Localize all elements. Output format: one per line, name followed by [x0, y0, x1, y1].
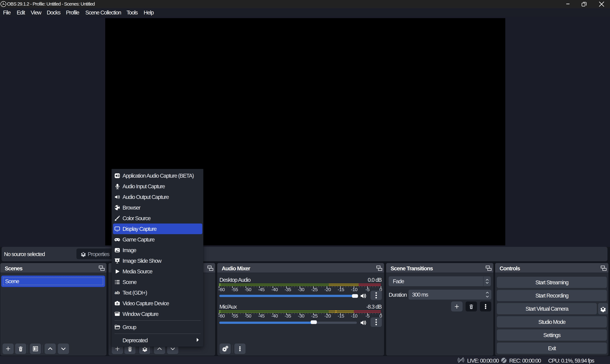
svg-text:ab: ab — [115, 290, 120, 295]
